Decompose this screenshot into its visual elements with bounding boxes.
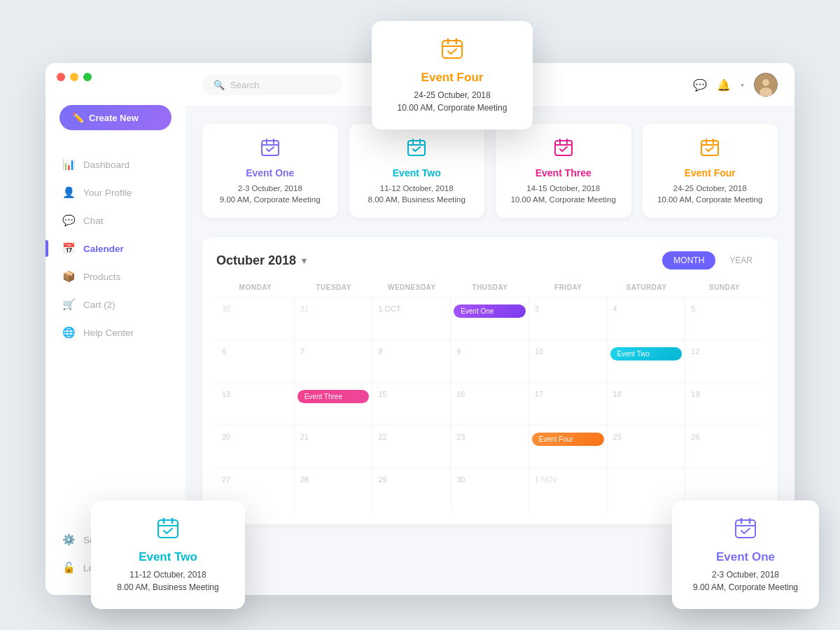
sidebar-item-chat[interactable]: 💬 Chat (52, 207, 178, 234)
cal-cell-13oct[interactable]: 13 (216, 383, 295, 425)
event-card-three[interactable]: Event Three 14-15 October, 2018 10.00 AM… (496, 124, 631, 218)
view-toggle: MONTH YEAR (662, 251, 764, 270)
cal-cell-11oct[interactable]: 11 Event Two (608, 340, 686, 382)
cal-cell-17oct[interactable]: 17 (529, 383, 608, 425)
sidebar-label-cart: Cart (2) (83, 300, 115, 310)
cal-cell-1oct[interactable]: 1 OCT (372, 298, 451, 340)
day-tuesday: TUESDAY (295, 284, 373, 291)
logout-icon: 🔓 (62, 561, 75, 574)
sidebar-item-products[interactable]: 📦 Products (52, 263, 178, 290)
cal-cell-26oct[interactable]: 26 (685, 426, 764, 468)
calendar-grid: MONDAY TUESDAY WEDNESDAY THUSDAY FRIDAY … (216, 284, 764, 510)
cart-icon: 🛒 (62, 298, 75, 311)
cal-cell-18oct[interactable]: 18 (608, 383, 686, 425)
event-one-title: Event One (214, 167, 327, 178)
year-view-button[interactable]: YEAR (718, 251, 764, 270)
search-bar[interactable]: 🔍 Search (202, 75, 342, 95)
cal-cell-28oct[interactable]: 28 (295, 468, 373, 510)
profile-icon: 👤 (62, 186, 75, 199)
cal-cell-30sep[interactable]: 30 (216, 298, 295, 340)
calendar-week-4: 20 21 22 23 24 Event Four 25 26 (216, 425, 764, 468)
event-card-four[interactable]: Event Four 24-25 October, 2018 10.00 AM,… (643, 124, 778, 218)
cal-cell-15oct[interactable]: 15 (372, 383, 451, 425)
cal-cell-6oct[interactable]: 6 (216, 340, 295, 382)
cal-cell-25oct[interactable]: 25 (608, 426, 686, 468)
svg-point-1 (762, 79, 769, 86)
event-three-time: 10.00 AM, Corporate Meeting (507, 195, 620, 204)
sidebar-item-cart[interactable]: 🛒 Cart (2) (52, 291, 178, 318)
calendar-dropdown-icon[interactable]: ▾ (302, 255, 307, 266)
popup-one-title: Event One (692, 550, 799, 564)
event-one-date: 2-3 Octuber, 2018 (214, 184, 327, 192)
svg-rect-15 (701, 141, 718, 155)
cal-cell-3oct[interactable]: 3 (529, 298, 608, 340)
calendar-week-2: 6 7 8 9 10 11 Event Two 12 (216, 340, 764, 382)
calendar-icon: 📅 (62, 242, 75, 255)
pencil-icon: ✏️ (72, 112, 84, 123)
cal-cell-14oct[interactable]: 14 Event Three (295, 383, 373, 425)
svg-rect-7 (408, 141, 425, 155)
sidebar-label-dashboard: Dashboard (83, 160, 130, 170)
cal-cell-24oct[interactable]: 24 Event Four (529, 426, 608, 468)
chat-icon: 💬 (62, 214, 75, 227)
day-saturday: SATURDAY (608, 284, 686, 291)
dashboard-icon: 📊 (62, 158, 75, 171)
cal-cell-2oct[interactable]: 2 Event One (451, 298, 529, 340)
cal-cell-8oct[interactable]: 8 (372, 340, 451, 382)
cal-event-four[interactable]: Event Four (532, 433, 604, 446)
popup-two-icon (111, 517, 225, 545)
cal-cell-23oct[interactable]: 23 (451, 426, 529, 468)
calendar-weeks: 30 31 1 OCT 2 Event One 3 4 5 (216, 297, 764, 510)
cal-cell-31sep[interactable]: 31 (295, 298, 373, 340)
sidebar-item-dashboard[interactable]: 📊 Dashboard (52, 151, 178, 178)
cal-cell-19oct[interactable]: 19 (685, 383, 764, 425)
event-card-two[interactable]: Event Two 11-12 October, 2018 8.00 AM, B… (349, 124, 485, 218)
sidebar-item-calendar[interactable]: 📅 Calender (52, 235, 178, 262)
cal-cell-5oct[interactable]: 5 (685, 298, 764, 340)
traffic-light-yellow[interactable] (70, 73, 78, 81)
popup-four-icon (391, 38, 513, 65)
event-three-title: Event Three (507, 167, 620, 178)
cal-cell-29oct[interactable]: 29 (372, 468, 451, 510)
avatar[interactable] (754, 73, 778, 97)
chevron-down-icon[interactable]: ▾ (741, 81, 744, 89)
traffic-light-green[interactable] (83, 73, 92, 81)
day-wednesday: WEDNESDAY (372, 284, 451, 291)
calendar-week-1: 30 31 1 OCT 2 Event One 3 4 5 (216, 297, 764, 340)
cal-event-two[interactable]: Event Two (610, 347, 682, 360)
cal-cell-1nov[interactable]: 1 NOV (529, 468, 608, 510)
sidebar-label-calendar: Calender (83, 244, 124, 254)
event-two-date: 11-12 October, 2018 (360, 184, 474, 192)
message-icon[interactable]: 💬 (693, 78, 707, 92)
sidebar-item-profile[interactable]: 👤 Your Profile (52, 179, 178, 206)
sidebar-label-profile: Your Profile (83, 188, 132, 198)
event-card-one[interactable]: Event One 2-3 Octuber, 2018 9.00 AM, Cor… (202, 124, 338, 218)
popup-four-time: 10.00 AM, Corporate Meeting (391, 103, 513, 113)
cal-event-three[interactable]: Event Three (298, 390, 370, 403)
popup-two-title: Event Two (111, 550, 225, 564)
event-four-date: 24-25 October, 2018 (654, 184, 767, 192)
sidebar-item-help[interactable]: 🌐 Help Center (52, 319, 178, 346)
cal-cell-4oct[interactable]: 4 (608, 298, 686, 340)
create-new-button[interactable]: ✏️ Create New (59, 105, 172, 130)
bell-icon[interactable]: 🔔 (717, 78, 731, 92)
cal-cell-9oct[interactable]: 9 (451, 340, 529, 382)
cal-cell-10oct[interactable]: 10 (529, 340, 608, 382)
popup-one-icon (692, 517, 799, 545)
cal-cell-16oct[interactable]: 16 (451, 383, 529, 425)
cal-cell-7oct[interactable]: 7 (295, 340, 373, 382)
svg-rect-3 (262, 141, 279, 155)
month-view-button[interactable]: MONTH (662, 251, 715, 270)
search-placeholder: Search (230, 80, 259, 90)
popup-four-title: Event Four (391, 71, 513, 85)
traffic-light-red[interactable] (57, 73, 65, 81)
cal-cell-20oct[interactable]: 20 (216, 426, 295, 468)
cal-cell-30oct[interactable]: 30 (451, 468, 529, 510)
cal-cell-22oct[interactable]: 22 (372, 426, 451, 468)
popup-two-date: 11-12 Octuber, 2018 (111, 570, 225, 580)
cal-cell-12oct[interactable]: 12 (685, 340, 764, 382)
cal-event-one[interactable]: Event One (454, 304, 526, 318)
event-two-title: Event Two (360, 167, 474, 178)
popup-one-date: 2-3 Octuber, 2018 (692, 570, 799, 580)
cal-cell-21oct[interactable]: 21 (295, 426, 373, 468)
